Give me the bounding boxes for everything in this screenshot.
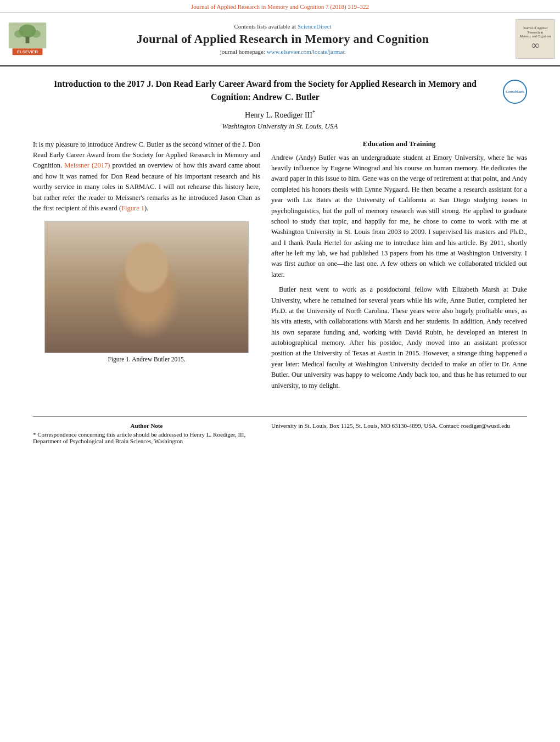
- body-right-column: Education and Training Andrew (Andy) But…: [271, 140, 527, 395]
- figure-1-caption: Figure 1. Andrew Butler 2015.: [44, 356, 249, 362]
- top-citation-bar: Journal of Applied Research in Memory an…: [0, 0, 560, 13]
- author-note-right-text: University in St. Louis, Box 1125, St. L…: [271, 422, 527, 429]
- svg-point-3: [14, 30, 24, 38]
- journal-thumbnail-container: Journal of Applied Research in Memory an…: [511, 17, 560, 61]
- author-superscript: *: [312, 109, 315, 115]
- journal-title: Journal of Applied Research in Memory an…: [137, 32, 429, 46]
- article-title: Introduction to the 2017 J. Don Read Ear…: [33, 77, 497, 104]
- thumb-text-1: Journal of Applied Research in: [516, 26, 555, 35]
- author-name: Henry L. Roediger III: [245, 111, 312, 119]
- body-left-column: It is my pleasure to introduce Andrew C.…: [33, 140, 260, 395]
- article-content: Introduction to the 2017 J. Don Read Ear…: [0, 66, 560, 406]
- author-note-area: Author Note * Correspondence concerning …: [0, 417, 560, 452]
- portrait-image: [45, 222, 249, 353]
- article-title-text: Introduction to the 2017 J. Don Read Ear…: [33, 77, 497, 104]
- article-title-block: Introduction to the 2017 J. Don Read Ear…: [33, 77, 527, 104]
- author-note-right: University in St. Louis, Box 1125, St. L…: [271, 422, 527, 444]
- svg-text:ELSEVIER: ELSEVIER: [17, 49, 38, 54]
- right-body-text: Andrew (Andy) Butler was an undergraduat…: [271, 153, 527, 391]
- article-affiliation: Washington University in St. Louis, USA: [33, 122, 527, 131]
- meissner-link[interactable]: Meissner (2017): [64, 161, 110, 169]
- figure1-link[interactable]: Figure 1: [121, 204, 144, 212]
- right-paragraph-2: Butler next went to work as a postdoctor…: [271, 284, 527, 391]
- citation-text: Journal of Applied Research in Memory an…: [191, 3, 369, 10]
- author-note-title: Author Note: [33, 422, 260, 429]
- journal-homepage-line: journal homepage: www.elsevier.com/locat…: [220, 48, 345, 55]
- journal-cover-thumbnail: Journal of Applied Research in Memory an…: [516, 19, 555, 59]
- journal-header: ELSEVIER Contents lists available at Sci…: [0, 13, 560, 66]
- journal-homepage-link[interactable]: www.elsevier.com/locate/jarmac: [267, 48, 345, 55]
- crossmark-icon: CrossMark: [503, 80, 527, 104]
- elsevier-logo-icon: ELSEVIER: [5, 23, 49, 55]
- elsevier-logo-container: ELSEVIER: [0, 17, 55, 61]
- thumb-text-2: Memory and Cognition: [519, 35, 552, 39]
- author-note-left-text: * Correspondence concerning this article…: [33, 431, 260, 444]
- svg-rect-2: [26, 37, 30, 43]
- crossmark-badge: CrossMark: [503, 80, 527, 104]
- sciencedirect-link[interactable]: ScienceDirect: [298, 23, 332, 30]
- contents-available-line: Contents lists available at ScienceDirec…: [234, 23, 331, 30]
- figure-1-image: [44, 221, 249, 353]
- left-paragraph-1: It is my pleasure to introduce Andrew C.…: [33, 140, 260, 214]
- author-note-left: Author Note * Correspondence concerning …: [33, 422, 260, 444]
- svg-point-4: [31, 30, 41, 38]
- figure-1-block: Figure 1. Andrew Butler 2015.: [44, 221, 249, 362]
- body-columns: It is my pleasure to introduce Andrew C.…: [33, 140, 527, 395]
- left-body-text: It is my pleasure to introduce Andrew C.…: [33, 140, 260, 214]
- section-heading-education: Education and Training: [271, 140, 527, 148]
- article-author: Henry L. Roediger III*: [33, 109, 527, 120]
- infinity-icon: ∞: [531, 39, 539, 52]
- right-paragraph-1: Andrew (Andy) Butler was an undergraduat…: [271, 153, 527, 281]
- journal-header-center: Contents lists available at ScienceDirec…: [55, 17, 511, 61]
